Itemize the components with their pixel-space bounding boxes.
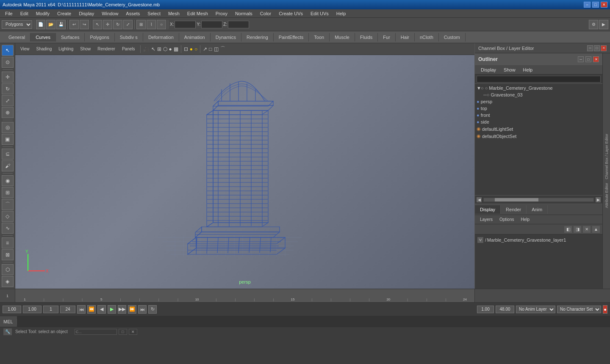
menu-create[interactable]: Create <box>54 10 75 17</box>
mel-input[interactable] <box>17 316 474 327</box>
menu-edit[interactable]: Edit <box>17 10 32 17</box>
shelf-tab-hair[interactable]: Hair <box>396 33 415 41</box>
range-end-display[interactable] <box>60 306 75 313</box>
light2-icon[interactable]: ○ <box>194 46 197 52</box>
camera-icon[interactable]: 🎥 <box>143 46 150 52</box>
rotate-tool[interactable]: ↻ <box>113 20 122 29</box>
shelf-tab-subdivs[interactable]: Subdiv s <box>115 33 143 41</box>
layer-up-button[interactable]: ▲ <box>592 226 600 233</box>
menu-window[interactable]: Window <box>98 10 122 17</box>
shelf-tab-painteffects[interactable]: PaintEffects <box>274 33 309 41</box>
paint-button[interactable]: 🖌 <box>2 160 14 171</box>
menu-edit-mesh[interactable]: Edit Mesh <box>184 10 211 17</box>
shelf-tab-animation[interactable]: Animation <box>179 33 211 41</box>
viewport-canvas[interactable]: X Y persp <box>15 55 474 289</box>
current-frame-display[interactable] <box>43 306 58 313</box>
shelf-tab-polygons[interactable]: Polygons <box>85 33 114 41</box>
cluster-button[interactable]: ◉ <box>2 175 14 186</box>
layer-menu-help[interactable]: Help <box>518 216 532 223</box>
flare-button[interactable]: ◇ <box>2 211 14 222</box>
panels-menu[interactable]: Panels <box>119 46 138 52</box>
snap-curve[interactable]: ⌇ <box>147 20 156 29</box>
crease-button[interactable]: ◈ <box>2 276 14 287</box>
shelf-tab-muscle[interactable]: Muscle <box>330 33 355 41</box>
move-tool-button[interactable]: ✛ <box>2 72 14 83</box>
timeline-ruler[interactable]: 1 | | | 5 | | | | 10 | | | | 15 | | | | … <box>15 289 474 302</box>
select-mode-button[interactable]: ↖ <box>2 45 14 56</box>
play-start-button[interactable]: ⏮ <box>77 305 86 314</box>
translate-tool[interactable]: ✛ <box>103 20 112 29</box>
menu-edit-uvs[interactable]: Edit UVs <box>307 10 332 17</box>
renderer-menu[interactable]: Renderer <box>95 46 118 52</box>
snap-grid[interactable]: ⊞ <box>136 20 146 29</box>
outliner-item-gravestone03[interactable]: ─○ Gravestone_03 <box>475 91 602 98</box>
curve-icon[interactable]: ⌒ <box>220 45 225 52</box>
new-scene-button[interactable]: 📄 <box>36 20 45 29</box>
range-start-field[interactable] <box>23 306 42 313</box>
current-frame-field[interactable] <box>3 306 21 313</box>
x-coord-field[interactable] <box>175 21 196 28</box>
fps-start-field[interactable] <box>477 306 494 313</box>
task-bar-item-1[interactable]: C... <box>75 329 117 335</box>
manip-icon[interactable]: ↗ <box>203 46 207 52</box>
attribute-editor-tab[interactable]: Attribute Editor <box>604 181 609 210</box>
task-bar-icon-1[interactable]: □ <box>119 329 127 335</box>
next-frame-button[interactable]: ▶▶ <box>118 305 126 314</box>
layer-visible-toggle[interactable]: V <box>477 237 483 243</box>
minimize-button[interactable]: – <box>584 2 591 8</box>
shading-menu[interactable]: Shading <box>34 46 55 52</box>
open-file-button[interactable]: 📂 <box>46 20 55 29</box>
layer-edit-button[interactable]: ≡ <box>2 237 14 248</box>
menu-display[interactable]: Display <box>75 10 97 17</box>
anim-layer-select[interactable]: No Anim Layer <box>516 306 555 313</box>
lasso-button[interactable]: ⊆ <box>2 149 14 160</box>
close-button[interactable]: ✕ <box>601 2 607 8</box>
delete-layer-button[interactable]: ✕ <box>583 226 591 233</box>
menu-color[interactable]: Color <box>257 10 274 17</box>
bones-icon[interactable]: ◫ <box>214 46 219 52</box>
redo-button[interactable]: ↪ <box>80 20 89 29</box>
outliner-item-default-light-set[interactable]: ◉ defaultLightSet <box>475 125 602 132</box>
mode-select[interactable]: Polygons <box>2 20 32 29</box>
view-menu[interactable]: View <box>18 46 32 52</box>
loop-button[interactable]: ↻ <box>148 305 157 314</box>
auto-key-button[interactable]: ● <box>603 305 607 314</box>
scale-tool-button[interactable]: ⤢ <box>2 95 14 106</box>
menu-help[interactable]: Help <box>333 10 349 17</box>
shelf-tab-fur[interactable]: Fur <box>378 33 396 41</box>
play-end-button[interactable]: ⏭ <box>138 305 147 314</box>
fps-end-field[interactable] <box>496 306 514 313</box>
scroll-track[interactable] <box>483 198 594 202</box>
layer-tab-display[interactable]: Display <box>475 205 501 214</box>
bend-button[interactable]: ⌒ <box>2 199 14 210</box>
shelf-tab-surfaces[interactable]: Surfaces <box>56 33 85 41</box>
sine-button[interactable]: ∿ <box>2 223 14 234</box>
menu-create-uvs[interactable]: Create UVs <box>275 10 306 17</box>
grid-icon[interactable]: ⊞ <box>157 46 161 52</box>
prev-frame-button[interactable]: ◀ <box>97 305 106 314</box>
scale-tool[interactable]: ⤢ <box>123 20 133 29</box>
snap-point[interactable]: ○ <box>157 20 166 29</box>
layer-menu-options[interactable]: Options <box>497 216 516 223</box>
resolution-icon[interactable]: ⊡ <box>184 46 188 52</box>
outliner-item-persp[interactable]: ● persp <box>475 98 602 105</box>
layer-tab-anim[interactable]: Anim <box>527 205 548 214</box>
play-forward-button[interactable]: ▶ <box>108 305 116 314</box>
menu-select[interactable]: Select <box>144 10 164 17</box>
render-settings-button[interactable]: ⚙ <box>589 20 598 29</box>
shelf-tab-deformation[interactable]: Deformation <box>143 33 179 41</box>
layer-button2[interactable]: ⊠ <box>2 249 14 260</box>
shelf-tab-dynamics[interactable]: Dynamics <box>211 33 241 41</box>
outliner-scrollbar[interactable]: ◀ ▶ <box>475 195 602 204</box>
universal-manip-button[interactable]: ⊕ <box>2 107 14 118</box>
show-menu[interactable]: Show <box>78 46 93 52</box>
step-back-button[interactable]: ⏪ <box>87 305 96 314</box>
lighting-menu[interactable]: Lighting <box>56 46 76 52</box>
scroll-thumb[interactable] <box>495 198 539 201</box>
smooth-icon[interactable]: ● <box>169 46 172 52</box>
channel-box-close[interactable]: ✕ <box>601 45 607 51</box>
select-icon[interactable]: ↖ <box>151 46 155 52</box>
outliner-close[interactable]: ✕ <box>593 56 599 62</box>
layer-menu-layers[interactable]: Layers <box>477 216 495 223</box>
outliner-search[interactable] <box>477 76 601 83</box>
